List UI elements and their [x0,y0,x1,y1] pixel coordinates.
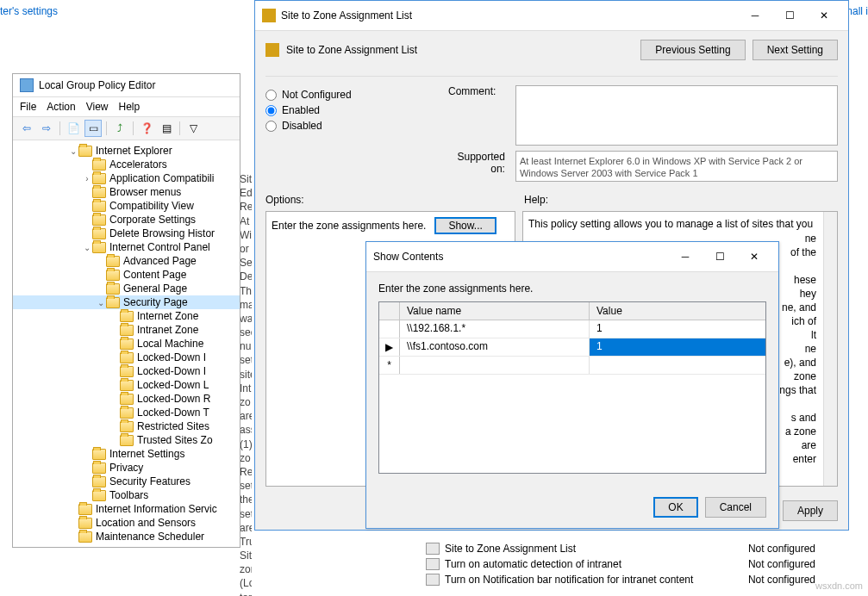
tree-item[interactable]: Location and Sensors [13,516,240,530]
minimize-button[interactable]: ─ [738,6,772,25]
tree-item-label: Application Compatibili [109,172,214,184]
cell-value[interactable] [590,357,765,374]
tree-item[interactable]: Browser menus [13,185,240,199]
tree-item-label: Content Page [123,269,186,281]
tree-item[interactable]: Trusted Sites Zo [13,433,240,447]
tree-item[interactable]: Internet Settings [13,447,240,461]
previous-setting-button[interactable]: Previous Setting [640,40,745,60]
setting-row[interactable]: Turn on automatic detection of intranetN… [422,556,853,572]
show-tree-icon[interactable]: ▭ [84,120,102,137]
close-button[interactable]: ✕ [807,6,841,25]
tree-expander-icon[interactable]: ⌄ [82,243,92,252]
folder-icon [92,187,106,198]
export-icon[interactable]: ⤴ [111,120,128,137]
tree-item[interactable]: Locked-Down T [13,406,240,419]
value-grid[interactable]: Value name Value \\192.168.1.*1▶\\fs1.co… [378,301,766,474]
tree-item[interactable]: Toolbars [13,488,240,502]
tree-item[interactable]: Internet Zone [13,309,240,323]
sub-close-button[interactable]: ✕ [737,247,771,266]
apply-button[interactable]: Apply [783,500,838,521]
setting-name: Site to Zone Assignment List [445,543,576,555]
tree-item[interactable]: Local Machine [13,337,240,351]
setting-row[interactable]: Turn on Notification bar notification fo… [422,572,853,587]
tree-item-label: Trusted Sites Zo [137,434,213,446]
tree-item-label: Security Features [109,475,190,487]
folder-icon [120,325,134,336]
filter-icon[interactable]: ▽ [184,120,202,137]
setting-icon [426,543,440,555]
tree-expander-icon[interactable]: › [82,174,92,183]
properties-icon[interactable]: ❓ [138,120,155,137]
next-setting-button[interactable]: Next Setting [752,40,838,60]
tree-item[interactable]: ⌄Internet Explorer [13,144,240,158]
sub-minimize-button[interactable]: ─ [668,247,703,266]
grid-row[interactable]: * [379,357,765,375]
tree-item[interactable]: Corporate Settings [13,213,240,227]
tree-item[interactable]: Restricted Sites [13,419,240,433]
menu-help[interactable]: Help [119,101,141,113]
tree-item[interactable]: Security Features [13,475,240,488]
tree-item-label: Locked-Down I [137,351,206,363]
tree-expander-icon[interactable]: ⌄ [96,298,106,307]
tree-item[interactable]: Maintenance Scheduler [13,530,240,543]
grid-row[interactable]: ▶\\fs1.contoso.com1 [379,338,765,357]
tree-item[interactable]: ⌄Security Page [13,295,240,309]
folder-icon [92,476,106,487]
sub-ok-button[interactable]: OK [653,497,697,518]
tree-item[interactable]: Privacy [13,461,240,475]
tree-item[interactable]: ›Application Compatibili [13,171,240,185]
menu-view[interactable]: View [86,101,109,113]
radio-disabled[interactable]: Disabled [265,120,438,132]
tree-item[interactable]: Internet Information Servic [13,502,240,516]
tree-item[interactable]: Locked-Down I [13,364,240,378]
maximize-button[interactable]: ☐ [772,6,807,25]
tree-item[interactable]: Intranet Zone [13,323,240,337]
tree-item[interactable]: Compatibility View [13,199,240,213]
folder-icon [106,270,120,281]
setting-icon [426,558,440,570]
tree-item-label: Internet Control Panel [109,241,210,253]
folder-icon [120,421,134,432]
tree-item[interactable]: ⌄Internet Control Panel [13,240,240,254]
tree-expander-icon[interactable]: ⌄ [68,146,78,156]
cell-value[interactable]: 1 [590,320,765,338]
tree-item[interactable]: Delete Browsing Histor [13,227,240,240]
tree-item[interactable]: Locked-Down L [13,378,240,392]
gpedit-window: Local Group Policy Editor File Action Vi… [12,73,240,548]
subdialog-prompt: Enter the zone assignments here. [378,282,766,295]
tree-item[interactable]: Locked-Down I [13,351,240,364]
show-button[interactable]: Show... [434,217,496,234]
up-folder-icon[interactable]: 📄 [65,120,82,137]
setting-row[interactable]: Site to Zone Assignment ListNot configur… [422,541,853,556]
tree-view[interactable]: ⌄Internet ExplorerAccelerators›Applicati… [13,140,240,547]
back-arrow-icon[interactable]: ⇦ [18,120,35,137]
gpedit-app-icon [20,78,34,92]
menu-action[interactable]: Action [47,101,75,113]
cell-value-name[interactable] [400,357,590,374]
col-value: Value [590,302,765,320]
tree-item-label: Local Machine [137,338,203,350]
tree-item[interactable]: General Page [13,282,240,295]
sub-cancel-button[interactable]: Cancel [705,497,766,518]
cell-value-name[interactable]: \\fs1.contoso.com [400,338,590,356]
radio-enabled[interactable]: Enabled [265,104,438,116]
tree-item[interactable]: Content Page [13,268,240,282]
menu-file[interactable]: File [20,101,36,113]
tree-item-label: Corporate Settings [109,214,196,226]
grid-row[interactable]: \\192.168.1.*1 [379,320,765,338]
forward-arrow-icon[interactable]: ⇨ [38,120,55,137]
tree-item-label: Security Page [123,296,188,308]
sub-maximize-button[interactable]: ☐ [703,247,737,266]
cell-value[interactable]: 1 [590,338,765,356]
gpedit-menubar: File Action View Help [13,97,240,117]
comment-textarea[interactable] [515,85,838,146]
help-scrollbar[interactable] [823,212,837,486]
tree-item-label: Compatibility View [109,200,194,212]
list-icon[interactable]: ▤ [158,120,175,137]
tree-item[interactable]: Locked-Down R [13,392,240,406]
radio-not-configured[interactable]: Not Configured [265,89,438,101]
tree-item[interactable]: Accelerators [13,158,240,171]
setting-status: Not configured [748,558,850,570]
tree-item[interactable]: Advanced Page [13,254,240,268]
cell-value-name[interactable]: \\192.168.1.* [400,320,590,338]
